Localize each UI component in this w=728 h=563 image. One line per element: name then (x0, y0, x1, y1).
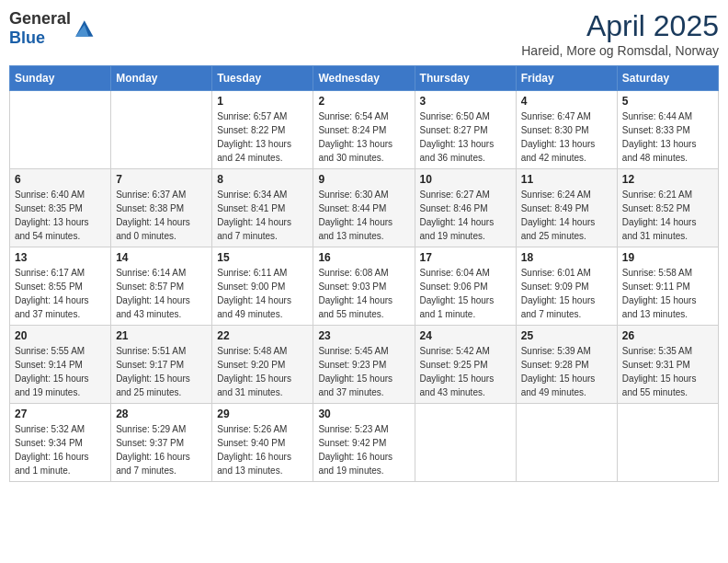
location-subtitle: Hareid, More og Romsdal, Norway (521, 43, 719, 58)
table-row: 9Sunrise: 6:30 AM Sunset: 8:44 PM Daylig… (313, 169, 415, 247)
table-row (617, 404, 718, 482)
day-info: Sunrise: 5:35 AM Sunset: 9:31 PM Dayligh… (622, 344, 713, 399)
day-number: 14 (116, 251, 207, 264)
col-monday: Monday (111, 66, 212, 91)
table-row: 27Sunrise: 5:32 AM Sunset: 9:34 PM Dayli… (10, 404, 111, 482)
calendar-week-1: 1Sunrise: 6:57 AM Sunset: 8:22 PM Daylig… (10, 91, 719, 169)
calendar-week-5: 27Sunrise: 5:32 AM Sunset: 9:34 PM Dayli… (10, 404, 719, 482)
day-info: Sunrise: 6:27 AM Sunset: 8:46 PM Dayligh… (420, 188, 511, 243)
day-info: Sunrise: 6:57 AM Sunset: 8:22 PM Dayligh… (217, 109, 308, 165)
day-number: 3 (420, 95, 511, 108)
table-row: 4Sunrise: 6:47 AM Sunset: 8:30 PM Daylig… (516, 91, 617, 169)
day-info: Sunrise: 5:32 AM Sunset: 9:34 PM Dayligh… (15, 422, 106, 477)
day-info: Sunrise: 5:58 AM Sunset: 9:11 PM Dayligh… (622, 266, 713, 321)
table-row (415, 404, 516, 482)
title-block: April 2025 Hareid, More og Romsdal, Norw… (521, 9, 719, 58)
table-row: 8Sunrise: 6:34 AM Sunset: 8:41 PM Daylig… (212, 169, 313, 247)
day-info: Sunrise: 5:42 AM Sunset: 9:25 PM Dayligh… (420, 344, 511, 399)
day-number: 4 (521, 95, 612, 108)
table-row: 17Sunrise: 6:04 AM Sunset: 9:06 PM Dayli… (415, 247, 516, 326)
table-row (516, 404, 617, 482)
day-info: Sunrise: 6:17 AM Sunset: 8:55 PM Dayligh… (15, 266, 106, 321)
day-info: Sunrise: 5:55 AM Sunset: 9:14 PM Dayligh… (15, 344, 106, 399)
table-row: 12Sunrise: 6:21 AM Sunset: 8:52 PM Dayli… (617, 169, 718, 247)
day-info: Sunrise: 6:50 AM Sunset: 8:27 PM Dayligh… (420, 109, 511, 165)
logo-general: General (9, 9, 71, 28)
col-sunday: Sunday (10, 66, 111, 91)
day-number: 15 (217, 251, 308, 264)
col-thursday: Thursday (415, 66, 516, 91)
table-row: 29Sunrise: 5:26 AM Sunset: 9:40 PM Dayli… (212, 404, 313, 482)
day-number: 12 (622, 173, 713, 186)
day-number: 29 (217, 408, 308, 420)
day-number: 10 (420, 173, 511, 186)
table-row: 22Sunrise: 5:48 AM Sunset: 9:20 PM Dayli… (212, 326, 313, 404)
day-info: Sunrise: 5:26 AM Sunset: 9:40 PM Dayligh… (217, 422, 308, 477)
table-row: 3Sunrise: 6:50 AM Sunset: 8:27 PM Daylig… (415, 91, 516, 169)
day-info: Sunrise: 6:21 AM Sunset: 8:52 PM Dayligh… (622, 188, 713, 243)
calendar-table: Sunday Monday Tuesday Wednesday Thursday… (9, 65, 719, 482)
day-number: 22 (217, 329, 308, 342)
month-title: April 2025 (521, 9, 719, 43)
calendar-week-3: 13Sunrise: 6:17 AM Sunset: 8:55 PM Dayli… (10, 247, 719, 326)
day-number: 24 (420, 329, 511, 342)
calendar-week-4: 20Sunrise: 5:55 AM Sunset: 9:14 PM Dayli… (10, 326, 719, 404)
logo-text: General Blue (9, 9, 71, 48)
day-info: Sunrise: 5:39 AM Sunset: 9:28 PM Dayligh… (521, 344, 612, 399)
day-info: Sunrise: 6:01 AM Sunset: 9:09 PM Dayligh… (521, 266, 612, 321)
table-row: 19Sunrise: 5:58 AM Sunset: 9:11 PM Dayli… (617, 247, 718, 326)
col-wednesday: Wednesday (313, 66, 415, 91)
day-info: Sunrise: 6:14 AM Sunset: 8:57 PM Dayligh… (116, 266, 207, 321)
table-row: 20Sunrise: 5:55 AM Sunset: 9:14 PM Dayli… (10, 326, 111, 404)
day-info: Sunrise: 5:48 AM Sunset: 9:20 PM Dayligh… (217, 344, 308, 399)
day-info: Sunrise: 5:45 AM Sunset: 9:23 PM Dayligh… (318, 344, 409, 399)
table-row: 1Sunrise: 6:57 AM Sunset: 8:22 PM Daylig… (212, 91, 313, 169)
day-number: 28 (116, 408, 207, 420)
day-number: 21 (116, 329, 207, 342)
table-row: 15Sunrise: 6:11 AM Sunset: 9:00 PM Dayli… (212, 247, 313, 326)
day-number: 11 (521, 173, 612, 186)
day-info: Sunrise: 6:08 AM Sunset: 9:03 PM Dayligh… (318, 266, 409, 321)
day-info: Sunrise: 6:44 AM Sunset: 8:33 PM Dayligh… (622, 109, 713, 165)
day-number: 17 (420, 251, 511, 264)
day-info: Sunrise: 6:04 AM Sunset: 9:06 PM Dayligh… (420, 266, 511, 321)
calendar-week-2: 6Sunrise: 6:40 AM Sunset: 8:35 PM Daylig… (10, 169, 719, 247)
day-number: 26 (622, 329, 713, 342)
day-info: Sunrise: 6:37 AM Sunset: 8:38 PM Dayligh… (116, 188, 207, 243)
table-row: 16Sunrise: 6:08 AM Sunset: 9:03 PM Dayli… (313, 247, 415, 326)
day-number: 13 (15, 251, 106, 264)
table-row: 14Sunrise: 6:14 AM Sunset: 8:57 PM Dayli… (111, 247, 212, 326)
col-tuesday: Tuesday (212, 66, 313, 91)
day-number: 2 (318, 95, 409, 108)
logo: General Blue (9, 9, 95, 48)
day-info: Sunrise: 5:23 AM Sunset: 9:42 PM Dayligh… (318, 422, 409, 477)
day-number: 6 (15, 173, 106, 186)
table-row: 10Sunrise: 6:27 AM Sunset: 8:46 PM Dayli… (415, 169, 516, 247)
table-row: 28Sunrise: 5:29 AM Sunset: 9:37 PM Dayli… (111, 404, 212, 482)
calendar-header-row: Sunday Monday Tuesday Wednesday Thursday… (10, 66, 719, 91)
day-info: Sunrise: 6:47 AM Sunset: 8:30 PM Dayligh… (521, 109, 612, 165)
day-info: Sunrise: 6:34 AM Sunset: 8:41 PM Dayligh… (217, 188, 308, 243)
day-number: 8 (217, 173, 308, 186)
day-number: 20 (15, 329, 106, 342)
day-info: Sunrise: 6:24 AM Sunset: 8:49 PM Dayligh… (521, 188, 612, 243)
day-number: 23 (318, 329, 409, 342)
day-info: Sunrise: 6:11 AM Sunset: 9:00 PM Dayligh… (217, 266, 308, 321)
day-number: 7 (116, 173, 207, 186)
table-row: 6Sunrise: 6:40 AM Sunset: 8:35 PM Daylig… (10, 169, 111, 247)
table-row: 5Sunrise: 6:44 AM Sunset: 8:33 PM Daylig… (617, 91, 718, 169)
day-info: Sunrise: 5:51 AM Sunset: 9:17 PM Dayligh… (116, 344, 207, 399)
day-number: 9 (318, 173, 409, 186)
table-row: 21Sunrise: 5:51 AM Sunset: 9:17 PM Dayli… (111, 326, 212, 404)
day-number: 25 (521, 329, 612, 342)
day-info: Sunrise: 6:54 AM Sunset: 8:24 PM Dayligh… (318, 109, 409, 165)
table-row: 13Sunrise: 6:17 AM Sunset: 8:55 PM Dayli… (10, 247, 111, 326)
logo-blue: Blue (9, 29, 45, 47)
page-header: General Blue April 2025 Hareid, More og … (9, 9, 719, 58)
table-row: 24Sunrise: 5:42 AM Sunset: 9:25 PM Dayli… (415, 326, 516, 404)
table-row: 25Sunrise: 5:39 AM Sunset: 9:28 PM Dayli… (516, 326, 617, 404)
day-number: 30 (318, 408, 409, 420)
day-info: Sunrise: 5:29 AM Sunset: 9:37 PM Dayligh… (116, 422, 207, 477)
table-row: 18Sunrise: 6:01 AM Sunset: 9:09 PM Dayli… (516, 247, 617, 326)
logo-icon (73, 17, 95, 40)
